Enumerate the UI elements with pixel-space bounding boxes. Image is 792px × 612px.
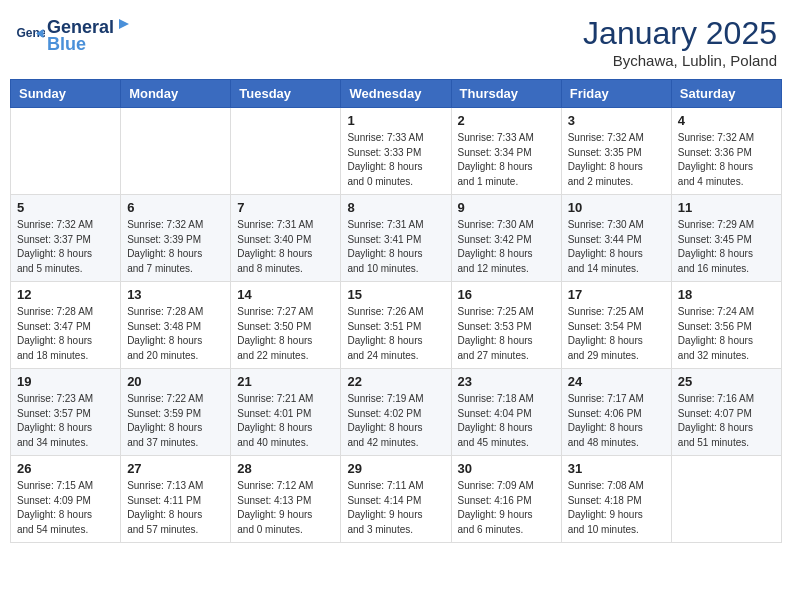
calendar-cell: 12Sunrise: 7:28 AM Sunset: 3:47 PM Dayli… <box>11 282 121 369</box>
day-number: 27 <box>127 461 224 476</box>
day-info: Sunrise: 7:22 AM Sunset: 3:59 PM Dayligh… <box>127 392 224 450</box>
calendar-table: SundayMondayTuesdayWednesdayThursdayFrid… <box>10 79 782 543</box>
calendar-cell: 10Sunrise: 7:30 AM Sunset: 3:44 PM Dayli… <box>561 195 671 282</box>
calendar-cell: 23Sunrise: 7:18 AM Sunset: 4:04 PM Dayli… <box>451 369 561 456</box>
day-info: Sunrise: 7:25 AM Sunset: 3:54 PM Dayligh… <box>568 305 665 363</box>
day-number: 30 <box>458 461 555 476</box>
calendar-cell: 25Sunrise: 7:16 AM Sunset: 4:07 PM Dayli… <box>671 369 781 456</box>
day-number: 1 <box>347 113 444 128</box>
day-number: 25 <box>678 374 775 389</box>
month-title: January 2025 <box>583 15 777 52</box>
day-number: 9 <box>458 200 555 215</box>
calendar-week-row: 19Sunrise: 7:23 AM Sunset: 3:57 PM Dayli… <box>11 369 782 456</box>
weekday-header-wednesday: Wednesday <box>341 80 451 108</box>
day-info: Sunrise: 7:33 AM Sunset: 3:34 PM Dayligh… <box>458 131 555 189</box>
title-area: January 2025 Bychawa, Lublin, Poland <box>583 15 777 69</box>
day-number: 2 <box>458 113 555 128</box>
day-info: Sunrise: 7:30 AM Sunset: 3:44 PM Dayligh… <box>568 218 665 276</box>
day-number: 4 <box>678 113 775 128</box>
day-number: 22 <box>347 374 444 389</box>
day-number: 12 <box>17 287 114 302</box>
day-number: 23 <box>458 374 555 389</box>
weekday-header-thursday: Thursday <box>451 80 561 108</box>
day-number: 19 <box>17 374 114 389</box>
weekday-header-saturday: Saturday <box>671 80 781 108</box>
calendar-cell: 30Sunrise: 7:09 AM Sunset: 4:16 PM Dayli… <box>451 456 561 543</box>
calendar-cell: 8Sunrise: 7:31 AM Sunset: 3:41 PM Daylig… <box>341 195 451 282</box>
calendar-cell <box>231 108 341 195</box>
day-number: 26 <box>17 461 114 476</box>
calendar-cell: 6Sunrise: 7:32 AM Sunset: 3:39 PM Daylig… <box>121 195 231 282</box>
day-number: 21 <box>237 374 334 389</box>
calendar-cell: 20Sunrise: 7:22 AM Sunset: 3:59 PM Dayli… <box>121 369 231 456</box>
day-number: 24 <box>568 374 665 389</box>
day-info: Sunrise: 7:31 AM Sunset: 3:40 PM Dayligh… <box>237 218 334 276</box>
calendar-cell <box>121 108 231 195</box>
day-info: Sunrise: 7:09 AM Sunset: 4:16 PM Dayligh… <box>458 479 555 537</box>
calendar-week-row: 5Sunrise: 7:32 AM Sunset: 3:37 PM Daylig… <box>11 195 782 282</box>
day-info: Sunrise: 7:23 AM Sunset: 3:57 PM Dayligh… <box>17 392 114 450</box>
day-info: Sunrise: 7:08 AM Sunset: 4:18 PM Dayligh… <box>568 479 665 537</box>
calendar-cell: 2Sunrise: 7:33 AM Sunset: 3:34 PM Daylig… <box>451 108 561 195</box>
day-info: Sunrise: 7:12 AM Sunset: 4:13 PM Dayligh… <box>237 479 334 537</box>
calendar-cell <box>671 456 781 543</box>
calendar-cell: 13Sunrise: 7:28 AM Sunset: 3:48 PM Dayli… <box>121 282 231 369</box>
day-info: Sunrise: 7:32 AM Sunset: 3:37 PM Dayligh… <box>17 218 114 276</box>
day-number: 7 <box>237 200 334 215</box>
day-number: 28 <box>237 461 334 476</box>
day-info: Sunrise: 7:19 AM Sunset: 4:02 PM Dayligh… <box>347 392 444 450</box>
calendar-week-row: 26Sunrise: 7:15 AM Sunset: 4:09 PM Dayli… <box>11 456 782 543</box>
day-number: 18 <box>678 287 775 302</box>
day-info: Sunrise: 7:25 AM Sunset: 3:53 PM Dayligh… <box>458 305 555 363</box>
calendar-cell: 15Sunrise: 7:26 AM Sunset: 3:51 PM Dayli… <box>341 282 451 369</box>
day-number: 17 <box>568 287 665 302</box>
day-info: Sunrise: 7:32 AM Sunset: 3:39 PM Dayligh… <box>127 218 224 276</box>
day-info: Sunrise: 7:32 AM Sunset: 3:35 PM Dayligh… <box>568 131 665 189</box>
logo-icon: General <box>15 20 45 50</box>
svg-marker-2 <box>119 19 129 29</box>
day-number: 8 <box>347 200 444 215</box>
calendar-cell: 31Sunrise: 7:08 AM Sunset: 4:18 PM Dayli… <box>561 456 671 543</box>
day-number: 16 <box>458 287 555 302</box>
weekday-header-friday: Friday <box>561 80 671 108</box>
day-number: 3 <box>568 113 665 128</box>
calendar-week-row: 1Sunrise: 7:33 AM Sunset: 3:33 PM Daylig… <box>11 108 782 195</box>
day-number: 10 <box>568 200 665 215</box>
day-info: Sunrise: 7:24 AM Sunset: 3:56 PM Dayligh… <box>678 305 775 363</box>
day-info: Sunrise: 7:30 AM Sunset: 3:42 PM Dayligh… <box>458 218 555 276</box>
day-info: Sunrise: 7:11 AM Sunset: 4:14 PM Dayligh… <box>347 479 444 537</box>
day-number: 14 <box>237 287 334 302</box>
calendar-cell: 5Sunrise: 7:32 AM Sunset: 3:37 PM Daylig… <box>11 195 121 282</box>
page-header: General General Blue January 2025 Bychaw… <box>10 10 782 69</box>
calendar-cell: 18Sunrise: 7:24 AM Sunset: 3:56 PM Dayli… <box>671 282 781 369</box>
day-number: 13 <box>127 287 224 302</box>
calendar-cell: 1Sunrise: 7:33 AM Sunset: 3:33 PM Daylig… <box>341 108 451 195</box>
calendar-cell: 9Sunrise: 7:30 AM Sunset: 3:42 PM Daylig… <box>451 195 561 282</box>
calendar-cell: 28Sunrise: 7:12 AM Sunset: 4:13 PM Dayli… <box>231 456 341 543</box>
day-info: Sunrise: 7:18 AM Sunset: 4:04 PM Dayligh… <box>458 392 555 450</box>
day-info: Sunrise: 7:21 AM Sunset: 4:01 PM Dayligh… <box>237 392 334 450</box>
calendar-cell <box>11 108 121 195</box>
calendar-cell: 27Sunrise: 7:13 AM Sunset: 4:11 PM Dayli… <box>121 456 231 543</box>
day-number: 29 <box>347 461 444 476</box>
day-info: Sunrise: 7:28 AM Sunset: 3:47 PM Dayligh… <box>17 305 114 363</box>
calendar-cell: 26Sunrise: 7:15 AM Sunset: 4:09 PM Dayli… <box>11 456 121 543</box>
logo-arrow-icon <box>115 15 133 33</box>
calendar-cell: 24Sunrise: 7:17 AM Sunset: 4:06 PM Dayli… <box>561 369 671 456</box>
weekday-header-row: SundayMondayTuesdayWednesdayThursdayFrid… <box>11 80 782 108</box>
day-number: 31 <box>568 461 665 476</box>
day-info: Sunrise: 7:32 AM Sunset: 3:36 PM Dayligh… <box>678 131 775 189</box>
calendar-cell: 17Sunrise: 7:25 AM Sunset: 3:54 PM Dayli… <box>561 282 671 369</box>
location: Bychawa, Lublin, Poland <box>583 52 777 69</box>
day-info: Sunrise: 7:16 AM Sunset: 4:07 PM Dayligh… <box>678 392 775 450</box>
day-info: Sunrise: 7:31 AM Sunset: 3:41 PM Dayligh… <box>347 218 444 276</box>
calendar-cell: 14Sunrise: 7:27 AM Sunset: 3:50 PM Dayli… <box>231 282 341 369</box>
weekday-header-tuesday: Tuesday <box>231 80 341 108</box>
logo: General General Blue <box>15 15 134 55</box>
weekday-header-monday: Monday <box>121 80 231 108</box>
day-info: Sunrise: 7:33 AM Sunset: 3:33 PM Dayligh… <box>347 131 444 189</box>
weekday-header-sunday: Sunday <box>11 80 121 108</box>
calendar-cell: 16Sunrise: 7:25 AM Sunset: 3:53 PM Dayli… <box>451 282 561 369</box>
day-info: Sunrise: 7:28 AM Sunset: 3:48 PM Dayligh… <box>127 305 224 363</box>
day-info: Sunrise: 7:15 AM Sunset: 4:09 PM Dayligh… <box>17 479 114 537</box>
